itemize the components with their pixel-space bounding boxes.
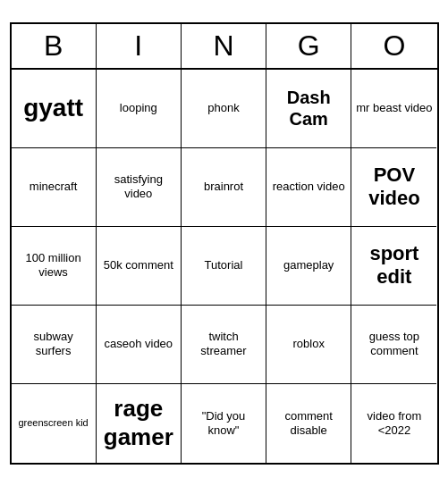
bingo-cell[interactable]: rage gamer (97, 384, 182, 463)
letter-o: O (351, 24, 436, 68)
bingo-cell[interactable]: 100 million views (12, 227, 97, 306)
letter-b: B (12, 24, 97, 68)
bingo-cell[interactable]: guess top comment (351, 306, 436, 384)
bingo-cell[interactable]: subway surfers (12, 306, 97, 384)
bingo-cell[interactable]: caseoh video (97, 306, 182, 384)
bingo-cell[interactable]: gameplay (266, 227, 351, 306)
bingo-cell[interactable]: comment disable (266, 384, 351, 463)
bingo-cell[interactable]: Dash Cam (266, 70, 351, 148)
bingo-cell[interactable]: greenscreen kid (12, 384, 97, 463)
bingo-cell[interactable]: sport edit (351, 227, 436, 306)
bingo-cell[interactable]: mr beast video (351, 70, 436, 148)
bingo-cell[interactable]: satisfying video (97, 148, 182, 227)
bingo-cell[interactable]: reaction video (266, 148, 351, 227)
bingo-cell[interactable]: video from <2022 (351, 384, 436, 463)
bingo-card: B I N G O gyattloopingphonkDash Cammr be… (10, 22, 439, 465)
bingo-cell[interactable]: roblox (266, 306, 351, 384)
bingo-cell[interactable]: 50k comment (97, 227, 182, 306)
letter-n: N (182, 24, 266, 68)
bingo-cell[interactable]: twitch streamer (182, 306, 266, 384)
bingo-cell[interactable]: gyatt (12, 70, 97, 148)
bingo-cell[interactable]: brainrot (182, 148, 266, 227)
letter-i: I (97, 24, 182, 68)
bingo-cell[interactable]: "Did you know" (182, 384, 266, 463)
bingo-cell[interactable]: minecraft (12, 148, 97, 227)
bingo-cell[interactable]: looping (97, 70, 182, 148)
bingo-cell[interactable]: phonk (182, 70, 266, 148)
bingo-cell[interactable]: POV video (351, 148, 436, 227)
bingo-header: B I N G O (12, 24, 437, 70)
letter-g: G (266, 24, 351, 68)
bingo-cell[interactable]: Tutorial (182, 227, 266, 306)
bingo-grid: gyattloopingphonkDash Cammr beast videom… (12, 70, 437, 463)
